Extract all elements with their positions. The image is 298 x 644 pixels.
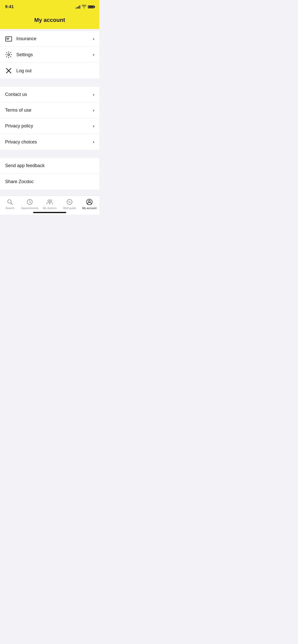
status-time: 9:41 <box>5 4 14 9</box>
my-doctors-tab-icon <box>46 198 53 206</box>
svg-point-11 <box>48 200 50 202</box>
tab-well-guide[interactable]: Well guide <box>60 198 79 210</box>
chevron-right-icon: › <box>93 52 94 57</box>
wifi-icon <box>82 5 86 9</box>
settings-menu-item[interactable]: Settings › <box>0 47 99 63</box>
search-tab-icon <box>6 198 13 206</box>
terms-menu-item[interactable]: Terms of use › <box>0 103 99 118</box>
tab-appointments[interactable]: Appointments <box>20 198 40 210</box>
svg-line-10 <box>30 202 31 203</box>
chevron-right-icon: › <box>93 108 94 113</box>
well-guide-tab-label: Well guide <box>63 207 76 210</box>
menu-section-1: Insurance › Settings › <box>0 31 99 79</box>
main-content: Insurance › Settings › <box>0 29 99 192</box>
well-guide-tab-icon <box>66 198 73 206</box>
insurance-menu-item[interactable]: Insurance › <box>0 31 99 47</box>
privacy-choices-label: Privacy choices <box>5 139 37 145</box>
signal-icon <box>76 5 80 9</box>
home-indicator <box>33 212 66 213</box>
menu-section-3: Send app feedback Share Zocdoc <box>0 158 99 189</box>
my-doctors-tab-label: My doctors <box>43 207 57 210</box>
svg-point-3 <box>8 54 10 56</box>
tab-my-doctors[interactable]: My doctors <box>40 198 60 210</box>
logout-menu-item[interactable]: Log out <box>0 63 99 79</box>
feedback-label: Send app feedback <box>5 163 45 168</box>
logout-label: Log out <box>16 68 32 74</box>
page-title: My account <box>5 17 94 23</box>
svg-point-17 <box>88 200 90 202</box>
appointments-tab-label: Appointments <box>21 207 38 210</box>
insurance-icon <box>5 36 12 41</box>
status-bar: 9:41 <box>0 0 99 13</box>
settings-icon <box>5 51 12 58</box>
my-account-tab-label: My account <box>82 207 97 210</box>
share-menu-item[interactable]: Share Zocdoc <box>0 174 99 189</box>
svg-line-7 <box>11 203 13 205</box>
search-tab-label: Search <box>6 207 15 210</box>
settings-label: Settings <box>16 52 33 57</box>
terms-label: Terms of use <box>5 108 31 113</box>
feedback-menu-item[interactable]: Send app feedback <box>0 158 99 174</box>
privacy-policy-label: Privacy policy <box>5 123 33 129</box>
menu-section-2: Contact us › Terms of use › Privacy poli… <box>0 87 99 150</box>
contact-label: Contact us <box>5 92 27 97</box>
my-account-tab-icon <box>86 198 93 206</box>
chevron-right-icon: › <box>93 140 94 144</box>
svg-point-12 <box>50 200 52 202</box>
tab-my-account[interactable]: My account <box>79 198 99 210</box>
status-icons <box>76 5 94 9</box>
chevron-right-icon: › <box>93 124 94 128</box>
chevron-right-icon: › <box>93 92 94 97</box>
contact-menu-item[interactable]: Contact us › <box>0 87 99 103</box>
battery-icon <box>88 5 94 8</box>
share-label: Share Zocdoc <box>5 179 34 184</box>
insurance-label: Insurance <box>16 36 36 41</box>
x-icon <box>5 68 12 74</box>
appointments-tab-icon <box>26 198 33 206</box>
privacy-policy-menu-item[interactable]: Privacy policy › <box>0 118 99 134</box>
tab-search[interactable]: Search <box>0 198 20 210</box>
privacy-choices-menu-item[interactable]: Privacy choices › <box>0 134 99 150</box>
page-header: My account <box>0 13 99 29</box>
chevron-right-icon: › <box>93 37 94 41</box>
